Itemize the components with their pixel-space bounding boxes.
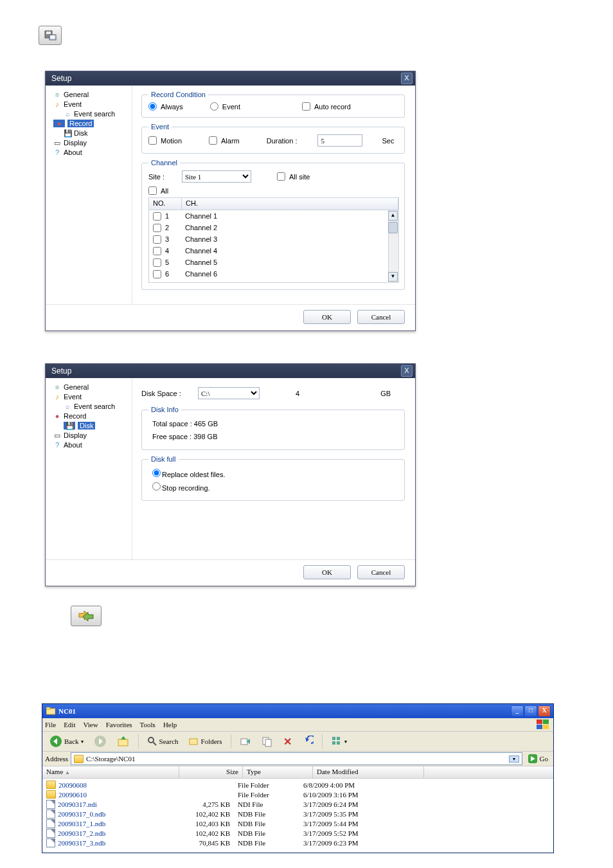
copy-icon (262, 736, 273, 747)
channel-row[interactable]: 4Channel 4 (149, 245, 398, 257)
disk-space-unit: GB (380, 390, 391, 397)
event-group: Event Motion Alarm Duration : Sec (141, 123, 405, 154)
views-button[interactable]: ▾ (328, 734, 350, 749)
menu-favorites[interactable]: Favorites (106, 721, 132, 728)
channel-checkbox[interactable] (153, 258, 161, 267)
alarm-checkbox[interactable]: Alarm (209, 136, 240, 145)
tree-item-event-search[interactable]: ⌕Event search (52, 109, 129, 118)
menu-view[interactable]: View (83, 721, 98, 728)
tree-item-display[interactable]: ▭Display (52, 431, 129, 440)
group-legend: Disk Info (148, 406, 181, 413)
motion-checkbox[interactable]: Motion (148, 136, 182, 145)
scroll-up-icon[interactable]: ▲ (388, 211, 398, 221)
drive-select[interactable]: C:\ (198, 387, 260, 399)
copy-to-button[interactable] (258, 734, 276, 749)
channel-checkbox[interactable] (153, 247, 161, 255)
tree-item-disk[interactable]: 💾Disk (52, 129, 129, 138)
back-button[interactable]: Back ▾ (46, 733, 87, 750)
file-row[interactable]: 20090610File Folder6/10/2009 3:16 PM (42, 790, 553, 799)
setup-dialog-disk: Setup X ≡General♪Event⌕Event search●Reco… (45, 363, 416, 586)
svg-point-18 (148, 737, 154, 743)
channel-checkbox[interactable] (153, 235, 161, 244)
group-legend: Channel (148, 159, 180, 167)
tree-item-event[interactable]: ♪Event (52, 100, 129, 109)
column-headers[interactable]: Name ▲ Size Type Date Modified (42, 766, 553, 779)
close-button[interactable]: X (401, 365, 413, 377)
channel-checkbox[interactable] (153, 212, 161, 221)
channel-checkbox[interactable] (153, 270, 161, 278)
forward-button[interactable] (91, 733, 110, 750)
duration-input[interactable] (317, 134, 362, 147)
stop-recording-radio[interactable]: Stop recording. (152, 484, 210, 492)
address-input[interactable]: C:\Storage\NC01 ▾ (71, 752, 522, 765)
channel-row[interactable]: 5Channel 5 (149, 257, 398, 268)
file-row[interactable]: 20090317_1.ndb102,403 KBNDB File3/17/200… (42, 818, 553, 828)
search-icon (147, 736, 157, 746)
close-button[interactable]: X (538, 705, 551, 717)
file-row[interactable]: 20090608File Folder6/8/2009 4:00 PM (42, 780, 553, 790)
scroll-thumb[interactable] (388, 222, 398, 233)
file-row[interactable]: 20090317_0.ndb102,402 KBNDB File3/17/200… (42, 809, 553, 818)
scroll-down-icon[interactable]: ▼ (388, 272, 398, 282)
chevron-down-icon: ▾ (344, 739, 347, 745)
window-title: NC01 (58, 707, 76, 715)
maximize-button[interactable]: □ (524, 705, 537, 717)
folders-icon (189, 736, 199, 746)
menu-tools[interactable]: Tools (140, 721, 155, 728)
up-button[interactable] (114, 733, 133, 750)
minimize-button[interactable]: _ (511, 705, 524, 717)
snapshot-button[interactable] (39, 26, 62, 45)
chevron-down-icon[interactable]: ▾ (509, 755, 519, 763)
svg-rect-24 (265, 739, 271, 746)
file-row[interactable]: 20090317_2.ndb102,402 KBNDB File3/17/200… (42, 828, 553, 838)
tree-item-general[interactable]: ≡General (52, 383, 129, 392)
menu-edit[interactable]: Edit (64, 721, 75, 728)
svg-rect-16 (118, 739, 128, 746)
all-checkbox[interactable]: All (148, 186, 168, 195)
move-icon (240, 736, 251, 747)
tree-item-record[interactable]: ●Record (52, 119, 129, 128)
views-icon (331, 736, 342, 747)
replace-oldest-radio[interactable]: Replace oldest files. (152, 471, 225, 478)
free-space: Free space : 398 GB (148, 430, 398, 443)
search-button[interactable]: Search (144, 734, 182, 748)
tree-item-display[interactable]: ▭Display (52, 138, 129, 147)
site-select[interactable]: Site 1 (182, 170, 251, 183)
auto-record-checkbox[interactable]: Auto record (302, 102, 351, 111)
channel-row[interactable]: 3Channel 3 (149, 233, 398, 245)
event-radio[interactable]: Event (210, 102, 240, 111)
svg-rect-27 (337, 737, 340, 740)
transfer-button[interactable] (71, 606, 102, 626)
scrollbar[interactable]: ▲ ▼ (388, 210, 398, 282)
tree-item-about[interactable]: ?About (52, 148, 129, 157)
svg-rect-26 (332, 737, 335, 740)
menu-help[interactable]: Help (163, 721, 177, 728)
tree-item-record[interactable]: ●Record (52, 411, 129, 420)
dialog-title: Setup (51, 74, 71, 83)
always-radio[interactable]: Always (148, 102, 183, 111)
ok-button[interactable]: OK (303, 310, 351, 324)
tree-item-event-search[interactable]: ⌕Event search (52, 402, 129, 411)
channel-row[interactable]: 1Channel 1 (149, 210, 398, 222)
tree-item-disk[interactable]: 💾Disk (52, 421, 129, 430)
ok-button[interactable]: OK (303, 565, 351, 579)
undo-button[interactable] (299, 734, 317, 749)
move-to-button[interactable] (236, 734, 254, 749)
cancel-button[interactable]: Cancel (357, 565, 405, 579)
folders-button[interactable]: Folders (186, 734, 226, 748)
go-button[interactable]: Go (525, 754, 551, 764)
tree-item-about[interactable]: ?About (52, 440, 129, 449)
channel-row[interactable]: 6Channel 6 (149, 268, 398, 280)
tree-item-general[interactable]: ≡General (52, 90, 129, 99)
channel-row[interactable]: 2Channel 2 (149, 222, 398, 233)
channel-group: Channel Site : Site 1 All site All NO. C… (141, 159, 405, 290)
close-button[interactable]: X (401, 73, 413, 84)
all-site-checkbox[interactable]: All site (277, 172, 310, 181)
menu-file[interactable]: File (45, 721, 56, 728)
file-row[interactable]: 20090317.ndi4,275 KBNDI File3/17/2009 6:… (42, 799, 553, 809)
cancel-button[interactable]: Cancel (357, 310, 405, 324)
file-row[interactable]: 20090317_3.ndb70,845 KBNDB File3/17/2009… (42, 838, 553, 847)
channel-checkbox[interactable] (153, 224, 161, 232)
tree-item-event[interactable]: ♪Event (52, 392, 129, 401)
delete-button[interactable]: ✕ (280, 734, 295, 750)
